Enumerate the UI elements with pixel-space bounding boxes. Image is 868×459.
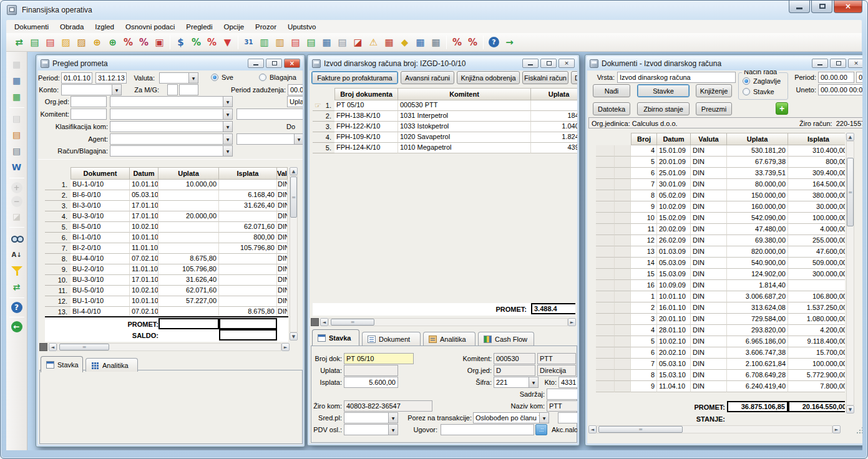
menu-item-1[interactable]: Obrada bbox=[54, 21, 89, 32]
form-links-icon[interactable]: ▦ bbox=[320, 36, 333, 49]
percent-document-icon[interactable]: % bbox=[122, 36, 135, 49]
org-jed-select[interactable]: ▼ bbox=[110, 96, 233, 107]
period-zaduzenja-input[interactable]: 00.00 bbox=[288, 84, 303, 95]
broj-dok-input[interactable]: PT 05/10 bbox=[344, 353, 414, 364]
table-row[interactable]: 13. BI-4-0/10 07.02.10 8.675,80 DIN bbox=[45, 307, 288, 316]
knjizenje-button[interactable]: Knjiženje bbox=[696, 84, 732, 97]
menu-item-4[interactable]: Pregledi bbox=[180, 21, 218, 32]
valuta-select[interactable]: ▼ bbox=[159, 72, 198, 84]
chevron-down-icon[interactable]: ▼ bbox=[223, 146, 232, 156]
pdv-osl-select[interactable]: ▼ bbox=[344, 424, 398, 435]
sred-pl-select[interactable]: ▼ bbox=[344, 412, 398, 423]
restore-button[interactable] bbox=[811, 1, 832, 13]
print-list-icon[interactable]: ▤ bbox=[336, 36, 349, 49]
kto-input[interactable]: 4331 bbox=[558, 377, 577, 388]
izvod-restore-button[interactable] bbox=[540, 59, 557, 68]
table-row[interactable]: ☞1. PT 05/10 000530 PTT bbox=[313, 100, 577, 111]
chevron-down-icon[interactable]: ▼ bbox=[223, 97, 232, 107]
org-jed-name-input[interactable]: Direkcija bbox=[537, 365, 576, 376]
folder-filter-icon[interactable]: ◪ bbox=[351, 36, 364, 49]
column-header-komitent[interactable]: Komitent bbox=[398, 88, 531, 100]
avansni-racuni-button[interactable]: Avansni računi bbox=[401, 71, 454, 84]
chevron-down-icon[interactable]: ▼ bbox=[223, 134, 232, 144]
table-row[interactable]: 3. BI-3-0/10 17.01.10 31.626,40 DIN bbox=[45, 201, 288, 211]
add-icon[interactable]: + bbox=[11, 182, 22, 193]
scroll-up-icon[interactable]: ▲ bbox=[290, 167, 298, 175]
column-header-uplata[interactable]: Uplata bbox=[727, 133, 788, 145]
fit-window-icon[interactable]: ⇄ bbox=[10, 280, 24, 294]
scroll-left-icon[interactable]: ◄ bbox=[588, 425, 597, 433]
print-icon[interactable]: ▤ bbox=[10, 112, 24, 125]
table-row[interactable]: 3 20.01.10 DIN 729.584,00 1.080.000,00 bbox=[596, 314, 845, 325]
table-row[interactable]: 13 01.03.09 DIN 820.000,00 47.600,00 bbox=[596, 246, 845, 258]
delete-document-icon[interactable]: ▤ bbox=[44, 36, 57, 49]
table-row[interactable]: 15 15.03.09 DIN 124.902,00 300.000,00 bbox=[596, 269, 845, 280]
remove-icon[interactable]: − bbox=[11, 196, 22, 207]
komitent-select[interactable]: ▼ bbox=[110, 109, 233, 120]
table-row[interactable]: 4 15.01.09 DIN 530.181,20 310.400,00 bbox=[596, 145, 845, 157]
tab-stavka[interactable]: Stavka bbox=[41, 356, 83, 372]
nadji-button[interactable]: Nađi bbox=[593, 84, 630, 97]
column-header-isplata[interactable]: Isplata bbox=[788, 133, 845, 145]
radio-blagajna-dot[interactable] bbox=[259, 74, 266, 81]
chevron-down-icon[interactable]: ▼ bbox=[223, 109, 232, 119]
column-header-uplata[interactable]: Uplata bbox=[531, 88, 577, 100]
table-row[interactable]: 5 10.02.10 DIN 6.965.186,00 9.118.400,00 bbox=[596, 336, 845, 347]
help-icon[interactable]: ? bbox=[489, 37, 499, 47]
new-document-icon[interactable]: ▤ bbox=[28, 36, 41, 49]
calendar-icon[interactable]: 31 bbox=[242, 36, 255, 49]
chevron-down-icon[interactable]: ▼ bbox=[223, 122, 232, 132]
back-icon[interactable]: ← bbox=[11, 321, 22, 332]
scroll-left-icon[interactable]: ◄ bbox=[320, 318, 328, 326]
agent-extra-select[interactable]: ▼ bbox=[237, 133, 303, 145]
sifra-select[interactable]: 221▼ bbox=[494, 377, 539, 388]
scroll-down-icon[interactable]: ▼ bbox=[846, 405, 854, 413]
vertical-scrollbar-thumb[interactable]: ≡ bbox=[290, 176, 297, 218]
column-header-valuta[interactable]: Valuta bbox=[277, 167, 288, 180]
table-row[interactable]: 1. BU-1-0/10 10.01.10 10.000,00 DIN bbox=[45, 180, 288, 190]
save-archive-icon[interactable]: ▦ bbox=[10, 90, 24, 104]
save-report-icon[interactable]: ▦ bbox=[10, 74, 24, 87]
table-row[interactable]: 9 11.04.10 DIN 6.240.419,40 7.800,00 bbox=[596, 381, 845, 392]
add-partner-icon[interactable]: ⊕ bbox=[90, 36, 104, 49]
table-row[interactable]: 9 10.02.09 DIN 160.000,00 30.000,00 bbox=[596, 201, 845, 213]
horizontal-scrollbar-thumb[interactable]: ≡ bbox=[598, 426, 683, 433]
menu-item-7[interactable]: Uputstvo bbox=[282, 21, 321, 32]
table-row[interactable]: 8. BU-4-0/10 07.02.10 8.675,80 DIN bbox=[45, 254, 288, 264]
print-fast-icon[interactable]: ▤ bbox=[10, 128, 24, 142]
edit-icon[interactable]: ◪ bbox=[10, 210, 24, 223]
table-row[interactable]: 7 05.03.10 DIN 2.100.621,84 100.000,00 bbox=[596, 359, 845, 370]
table-row[interactable]: 12 26.02.09 DIN 69.380,00 255.000,00 bbox=[596, 235, 845, 246]
ugovor-browse-button[interactable]: .:: bbox=[535, 424, 547, 435]
table-row[interactable]: 2 16.01.10 DIN 313.624,08 1.537.250,00 bbox=[596, 302, 845, 314]
konto-select[interactable]: ▼ bbox=[61, 84, 122, 95]
table-row[interactable]: 9. BU-2-0/10 11.01.10 105.796,80 DIN bbox=[45, 264, 288, 275]
resize-grip[interactable] bbox=[857, 427, 862, 433]
komitent-code-input[interactable] bbox=[71, 109, 107, 120]
splitter-box[interactable] bbox=[311, 318, 319, 326]
column-header-broj-dokumenta[interactable]: Broj dokumenta bbox=[334, 88, 398, 100]
agent-select[interactable]: ▼ bbox=[110, 133, 233, 145]
preuzmi-button[interactable]: Preuzmi bbox=[696, 102, 732, 115]
splitter-box[interactable] bbox=[39, 343, 47, 351]
pregled-restore-button[interactable] bbox=[266, 59, 282, 68]
datoteka-button[interactable]: Datoteka bbox=[593, 102, 630, 115]
chart-edit-icon[interactable]: ▥ bbox=[273, 36, 286, 49]
komitent-code-input[interactable]: 000530 bbox=[494, 353, 535, 364]
zbirno-stanje-button[interactable]: Zbirno stanje bbox=[637, 102, 690, 115]
table-row[interactable]: 10. BU-3-0/10 17.01.10 31.626,40 DIN bbox=[45, 275, 288, 286]
table-row[interactable]: 11. BU-5-0/10 10.02.10 62.071,60 DIN bbox=[45, 286, 288, 296]
vehicles-icon[interactable]: ▣ bbox=[153, 36, 166, 49]
uplata-input[interactable] bbox=[344, 365, 398, 376]
izvod-close-button[interactable]: × bbox=[558, 59, 575, 68]
scroll-left-icon[interactable]: ◄ bbox=[49, 343, 57, 351]
column-header-datum[interactable]: Datum bbox=[130, 167, 158, 180]
column-header-isplata[interactable]: Isplata bbox=[219, 167, 277, 180]
chevron-down-icon[interactable]: ▼ bbox=[112, 85, 121, 95]
fakture-po-profakturama-button[interactable]: Fakture po profakturama bbox=[311, 71, 398, 84]
horizontal-scrollbar-thumb[interactable]: ≡ bbox=[331, 319, 374, 326]
org-jed-code-input[interactable] bbox=[71, 96, 107, 107]
pregled-title-bar[interactable]: Pregled prometa × bbox=[37, 56, 303, 70]
ziro-kom-input[interactable]: 40803-822-36547 bbox=[344, 400, 432, 412]
table-row[interactable]: 6. BI-1-0/10 10.01.10 800,00 DIN bbox=[45, 233, 288, 243]
